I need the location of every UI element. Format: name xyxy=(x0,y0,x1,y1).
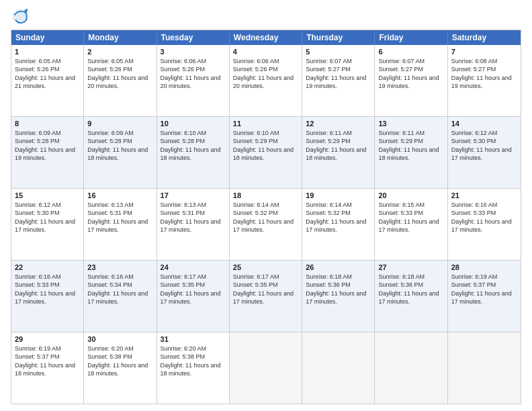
day-number: 7 xyxy=(451,47,517,56)
calendar: SundayMondayTuesdayWednesdayThursdayFrid… xyxy=(11,30,521,404)
calendar-cell: 25Sunrise: 6:17 AMSunset: 5:35 PMDayligh… xyxy=(230,261,302,332)
day-number: 12 xyxy=(306,119,371,128)
day-info: Sunrise: 6:20 AMSunset: 5:38 PMDaylight:… xyxy=(87,345,152,377)
day-info: Sunrise: 6:19 AMSunset: 5:37 PMDaylight:… xyxy=(451,273,517,306)
day-number: 3 xyxy=(161,47,226,56)
day-info: Sunrise: 6:09 AMSunset: 5:28 PMDaylight:… xyxy=(15,129,80,162)
day-info: Sunrise: 6:20 AMSunset: 5:38 PMDaylight:… xyxy=(161,345,226,377)
calendar-header-cell: Wednesday xyxy=(230,30,302,45)
day-info: Sunrise: 6:13 AMSunset: 5:31 PMDaylight:… xyxy=(161,201,226,234)
calendar-cell: 26Sunrise: 6:18 AMSunset: 5:36 PMDayligh… xyxy=(302,261,375,332)
day-number: 17 xyxy=(161,191,226,200)
day-number: 13 xyxy=(378,119,443,128)
calendar-cell xyxy=(302,332,375,404)
logo xyxy=(11,7,32,26)
calendar-cell: 6Sunrise: 6:07 AMSunset: 5:27 PMDaylight… xyxy=(375,45,447,116)
day-number: 27 xyxy=(378,263,443,272)
day-info: Sunrise: 6:18 AMSunset: 5:36 PMDaylight:… xyxy=(306,273,371,306)
day-number: 11 xyxy=(233,119,298,128)
day-number: 21 xyxy=(451,191,517,200)
day-info: Sunrise: 6:10 AMSunset: 5:29 PMDaylight:… xyxy=(233,129,298,162)
calendar-header-cell: Saturday xyxy=(448,30,521,45)
header xyxy=(11,7,521,26)
calendar-cell: 13Sunrise: 6:11 AMSunset: 5:29 PMDayligh… xyxy=(375,117,447,188)
day-info: Sunrise: 6:11 AMSunset: 5:29 PMDaylight:… xyxy=(378,129,443,162)
day-number: 19 xyxy=(306,191,371,200)
day-info: Sunrise: 6:05 AMSunset: 5:26 PMDaylight:… xyxy=(15,57,80,90)
calendar-cell: 30Sunrise: 6:20 AMSunset: 5:38 PMDayligh… xyxy=(84,332,157,404)
day-info: Sunrise: 6:12 AMSunset: 5:30 PMDaylight:… xyxy=(15,201,80,234)
calendar-cell: 28Sunrise: 6:19 AMSunset: 5:37 PMDayligh… xyxy=(448,261,521,332)
day-info: Sunrise: 6:18 AMSunset: 5:36 PMDaylight:… xyxy=(378,273,443,306)
day-number: 2 xyxy=(87,47,152,56)
calendar-cell: 10Sunrise: 6:10 AMSunset: 5:28 PMDayligh… xyxy=(157,117,230,188)
day-info: Sunrise: 6:10 AMSunset: 5:28 PMDaylight:… xyxy=(161,129,226,162)
day-number: 24 xyxy=(161,263,226,272)
day-number: 16 xyxy=(87,191,152,200)
calendar-cell: 12Sunrise: 6:11 AMSunset: 5:29 PMDayligh… xyxy=(302,117,375,188)
day-number: 25 xyxy=(233,263,298,272)
calendar-cell: 4Sunrise: 6:06 AMSunset: 5:26 PMDaylight… xyxy=(230,45,302,116)
calendar-row: 29Sunrise: 6:19 AMSunset: 5:37 PMDayligh… xyxy=(11,332,521,404)
day-info: Sunrise: 6:14 AMSunset: 5:32 PMDaylight:… xyxy=(306,201,371,234)
calendar-row: 1Sunrise: 6:05 AMSunset: 5:26 PMDaylight… xyxy=(11,45,521,116)
day-number: 29 xyxy=(15,334,80,344)
calendar-row: 15Sunrise: 6:12 AMSunset: 5:30 PMDayligh… xyxy=(11,188,521,260)
calendar-cell: 19Sunrise: 6:14 AMSunset: 5:32 PMDayligh… xyxy=(302,189,375,260)
calendar-header-cell: Tuesday xyxy=(157,30,230,45)
calendar-cell: 14Sunrise: 6:12 AMSunset: 5:30 PMDayligh… xyxy=(448,117,521,188)
day-number: 6 xyxy=(378,47,443,56)
calendar-header: SundayMondayTuesdayWednesdayThursdayFrid… xyxy=(11,30,521,45)
calendar-cell: 16Sunrise: 6:13 AMSunset: 5:31 PMDayligh… xyxy=(84,189,157,260)
day-number: 22 xyxy=(15,263,80,272)
day-info: Sunrise: 6:17 AMSunset: 5:35 PMDaylight:… xyxy=(161,273,226,306)
day-info: Sunrise: 6:16 AMSunset: 5:34 PMDaylight:… xyxy=(87,273,152,306)
logo-icon xyxy=(11,7,30,26)
calendar-body: 1Sunrise: 6:05 AMSunset: 5:26 PMDaylight… xyxy=(11,45,521,404)
calendar-cell xyxy=(230,332,302,404)
calendar-cell: 9Sunrise: 6:09 AMSunset: 5:28 PMDaylight… xyxy=(84,117,157,188)
day-info: Sunrise: 6:19 AMSunset: 5:37 PMDaylight:… xyxy=(15,345,80,377)
calendar-header-cell: Monday xyxy=(84,30,157,45)
day-number: 30 xyxy=(87,334,152,344)
day-info: Sunrise: 6:14 AMSunset: 5:32 PMDaylight:… xyxy=(233,201,298,234)
day-number: 8 xyxy=(15,119,80,128)
calendar-cell: 7Sunrise: 6:08 AMSunset: 5:27 PMDaylight… xyxy=(448,45,521,116)
day-info: Sunrise: 6:16 AMSunset: 5:33 PMDaylight:… xyxy=(451,201,517,234)
day-number: 14 xyxy=(451,119,517,128)
day-info: Sunrise: 6:07 AMSunset: 5:27 PMDaylight:… xyxy=(306,57,371,90)
calendar-cell: 27Sunrise: 6:18 AMSunset: 5:36 PMDayligh… xyxy=(375,261,447,332)
day-info: Sunrise: 6:07 AMSunset: 5:27 PMDaylight:… xyxy=(378,57,443,90)
calendar-cell xyxy=(375,332,447,404)
day-number: 31 xyxy=(161,334,226,344)
calendar-cell: 8Sunrise: 6:09 AMSunset: 5:28 PMDaylight… xyxy=(11,117,84,188)
calendar-cell: 24Sunrise: 6:17 AMSunset: 5:35 PMDayligh… xyxy=(157,261,230,332)
day-info: Sunrise: 6:05 AMSunset: 5:26 PMDaylight:… xyxy=(87,57,152,90)
day-info: Sunrise: 6:15 AMSunset: 5:33 PMDaylight:… xyxy=(378,201,443,234)
day-number: 4 xyxy=(233,47,298,56)
calendar-header-cell: Thursday xyxy=(302,30,375,45)
calendar-cell: 2Sunrise: 6:05 AMSunset: 5:26 PMDaylight… xyxy=(84,45,157,116)
calendar-cell: 5Sunrise: 6:07 AMSunset: 5:27 PMDaylight… xyxy=(302,45,375,116)
calendar-cell: 15Sunrise: 6:12 AMSunset: 5:30 PMDayligh… xyxy=(11,189,84,260)
day-number: 18 xyxy=(233,191,298,200)
calendar-cell: 21Sunrise: 6:16 AMSunset: 5:33 PMDayligh… xyxy=(448,189,521,260)
day-number: 10 xyxy=(161,119,226,128)
calendar-cell: 17Sunrise: 6:13 AMSunset: 5:31 PMDayligh… xyxy=(157,189,230,260)
calendar-cell: 1Sunrise: 6:05 AMSunset: 5:26 PMDaylight… xyxy=(11,45,84,116)
day-number: 1 xyxy=(15,47,80,56)
day-info: Sunrise: 6:12 AMSunset: 5:30 PMDaylight:… xyxy=(451,129,517,162)
day-info: Sunrise: 6:09 AMSunset: 5:28 PMDaylight:… xyxy=(87,129,152,162)
day-number: 26 xyxy=(306,263,371,272)
day-number: 15 xyxy=(15,191,80,200)
calendar-cell: 3Sunrise: 6:06 AMSunset: 5:26 PMDaylight… xyxy=(157,45,230,116)
page: SundayMondayTuesdayWednesdayThursdayFrid… xyxy=(0,0,532,411)
day-info: Sunrise: 6:13 AMSunset: 5:31 PMDaylight:… xyxy=(87,201,152,234)
day-number: 20 xyxy=(378,191,443,200)
day-number: 9 xyxy=(87,119,152,128)
calendar-cell: 20Sunrise: 6:15 AMSunset: 5:33 PMDayligh… xyxy=(375,189,447,260)
calendar-row: 8Sunrise: 6:09 AMSunset: 5:28 PMDaylight… xyxy=(11,116,521,188)
day-info: Sunrise: 6:06 AMSunset: 5:26 PMDaylight:… xyxy=(233,57,298,90)
calendar-row: 22Sunrise: 6:16 AMSunset: 5:33 PMDayligh… xyxy=(11,260,521,332)
day-number: 28 xyxy=(451,263,517,272)
